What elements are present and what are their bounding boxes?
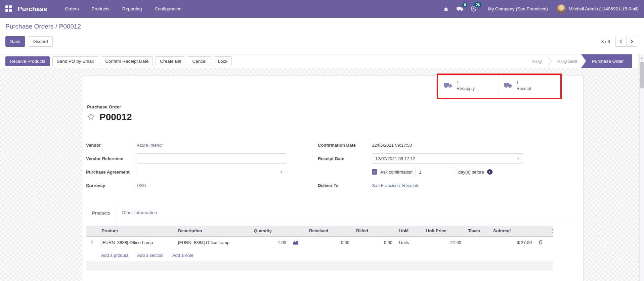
uom-column-header[interactable]: UoM	[396, 226, 423, 236]
optional-columns-icon[interactable]: ⋮	[547, 226, 553, 236]
vendor-value-link[interactable]: Azure Interior	[137, 143, 163, 148]
info-icon: i	[487, 169, 492, 175]
cell-description[interactable]: [FURN_8888] Office Lamp	[175, 236, 251, 249]
tab-products[interactable]: Products	[86, 207, 116, 219]
stage-purchase-order[interactable]: Purchase Order	[581, 54, 632, 68]
add-a-section-link[interactable]: Add a section	[137, 253, 164, 258]
apps-square	[5, 9, 8, 12]
pager-next-button[interactable]	[626, 36, 637, 47]
create-bill-button[interactable]: Create Bill	[156, 56, 185, 66]
order-lines-table: Product Description Quantity Received Bi…	[86, 226, 553, 249]
description-column-header[interactable]: Description	[175, 226, 251, 236]
pager: 3 / 3	[601, 36, 637, 47]
handle-column-header	[86, 226, 98, 236]
days-before-input[interactable]	[416, 167, 455, 177]
receive-products-button[interactable]: Receive Products	[5, 56, 50, 66]
pager-value: 3 / 3	[601, 39, 610, 44]
purchase-agreement-select[interactable]	[137, 167, 286, 177]
receipt-date-input[interactable]	[372, 153, 523, 164]
form-view-background: 1 Resupply 1 Receipt Purchase Order	[0, 68, 644, 281]
add-a-note-link[interactable]: Add a note	[172, 253, 194, 258]
notebook-tabs: Products Other Information	[86, 207, 581, 219]
apps-square	[9, 5, 12, 8]
subtotal-column-header[interactable]: Subtotal	[490, 226, 535, 236]
days-before-suffix: day(s) before	[458, 170, 484, 175]
cell-subtotal[interactable]: $ 27.00	[490, 236, 535, 249]
page-title: P00012	[99, 112, 132, 123]
confirmation-date-value: 12/06/2021 09:17:50	[372, 143, 412, 148]
receipt-label: Receipt	[516, 86, 531, 92]
menu-orders[interactable]: Orders	[58, 1, 85, 17]
table-row[interactable]: ▲▼ [FURN_8888] Office Lamp [FURN_8888] O…	[86, 236, 553, 249]
apps-square	[5, 5, 8, 8]
cell-taxes[interactable]	[465, 236, 490, 249]
row-spacer-cell	[547, 236, 553, 249]
vendor-reference-input[interactable]	[137, 153, 286, 164]
breadcrumb-parent[interactable]: Purchase Orders	[5, 23, 54, 30]
quantity-column-header[interactable]: Quantity	[251, 226, 290, 236]
company-switcher[interactable]: My Company (San Francisco)	[488, 6, 548, 11]
line-add-links: Add a product Add a section Add a note	[86, 249, 553, 262]
product-column-header[interactable]: Product	[98, 226, 175, 236]
activities-clock-icon[interactable]: 26	[467, 4, 480, 13]
menu-products[interactable]: Products	[85, 1, 116, 17]
scrollbar-up-arrow-icon[interactable]: ▲	[640, 54, 644, 59]
breadcrumb-separator: /	[55, 23, 57, 30]
apps-menu-icon[interactable]	[5, 5, 12, 12]
save-button[interactable]: Save	[5, 36, 25, 47]
navbar-right: 8 26 My Company (San Francisco) Mitchell…	[439, 4, 639, 13]
send-po-by-email-button[interactable]: Send PO by Email	[52, 56, 98, 66]
stage-rfq-sent[interactable]: RFQ Sent	[552, 54, 583, 68]
billed-column-header[interactable]: Billed	[353, 226, 396, 236]
cell-billed[interactable]: 0.00	[353, 236, 396, 249]
tab-other-information[interactable]: Other Information	[116, 207, 163, 219]
user-avatar[interactable]	[557, 4, 566, 13]
receipt-date-label: Receipt Date	[318, 152, 369, 165]
lock-button[interactable]: Lock	[214, 56, 232, 66]
vertical-scrollbar[interactable]: ▲	[639, 54, 644, 281]
add-a-product-link[interactable]: Add a product	[101, 253, 128, 258]
drag-handle-icon[interactable]: ▲▼	[86, 236, 98, 249]
cell-product[interactable]: [FURN_8888] Office Lamp	[98, 236, 175, 249]
confirm-receipt-date-button[interactable]: Confirm Receipt Date	[101, 56, 153, 66]
cell-received[interactable]: 0.00	[306, 236, 353, 249]
received-column-header[interactable]: Received	[306, 226, 353, 236]
purchase-agreement-label: Purchase Agreement	[86, 165, 134, 179]
user-menu[interactable]: Mitchell Admin (11406921-15-0-all)	[569, 6, 639, 11]
stage-rfq[interactable]: RFQ	[526, 54, 548, 68]
currency-value-link[interactable]: USD	[137, 183, 146, 188]
ask-confirmation-label: Ask confirmation	[380, 170, 413, 175]
top-navbar: Purchase Orders Products Reporting Confi…	[0, 0, 644, 18]
ask-confirmation-checkbox[interactable]: ✓	[372, 169, 377, 175]
cell-uom[interactable]: Units	[396, 236, 423, 249]
currency-label: Currency	[86, 179, 134, 192]
button-box: 1 Resupply 1 Receipt	[83, 76, 583, 96]
favorite-star-icon[interactable]	[87, 113, 95, 122]
cell-unit-price[interactable]: 27.00	[423, 236, 465, 249]
statusbar: Receive Products Send PO by Email Confir…	[0, 54, 644, 68]
menu-reporting[interactable]: Reporting	[116, 1, 148, 17]
discard-button[interactable]: Discard	[28, 36, 53, 47]
stage-chevron-icon	[548, 54, 552, 68]
messages-icon[interactable]: 8	[453, 5, 467, 13]
deliver-to-label: Deliver To	[318, 179, 369, 192]
truck-icon	[504, 82, 513, 90]
app-name[interactable]: Purchase	[18, 5, 47, 13]
pager-previous-button[interactable]	[615, 36, 627, 47]
deliver-to-value-link[interactable]: San Francisco: Receipts	[372, 183, 419, 188]
debug-bug-icon[interactable]	[439, 5, 453, 13]
activities-badge: 26	[474, 2, 481, 7]
cell-quantity[interactable]: 1.00	[251, 236, 290, 249]
breadcrumb-current: P00012	[59, 23, 81, 30]
receipt-smart-button[interactable]: 1 Receipt	[499, 76, 558, 96]
delete-row-trash-icon[interactable]	[535, 236, 547, 249]
menu-configuration[interactable]: Configuration	[148, 1, 188, 17]
unit-price-column-header[interactable]: Unit Price	[423, 226, 465, 236]
forecast-chart-icon[interactable]	[290, 236, 306, 249]
vendor-reference-label: Vendor Reference	[86, 152, 134, 165]
scrollbar-thumb[interactable]	[640, 62, 644, 88]
taxes-column-header[interactable]: Taxes	[465, 226, 490, 236]
cancel-button[interactable]: Cancel	[188, 56, 211, 66]
resupply-smart-button[interactable]: 1 Resupply	[439, 76, 499, 96]
vendor-label: Vendor	[86, 138, 134, 152]
